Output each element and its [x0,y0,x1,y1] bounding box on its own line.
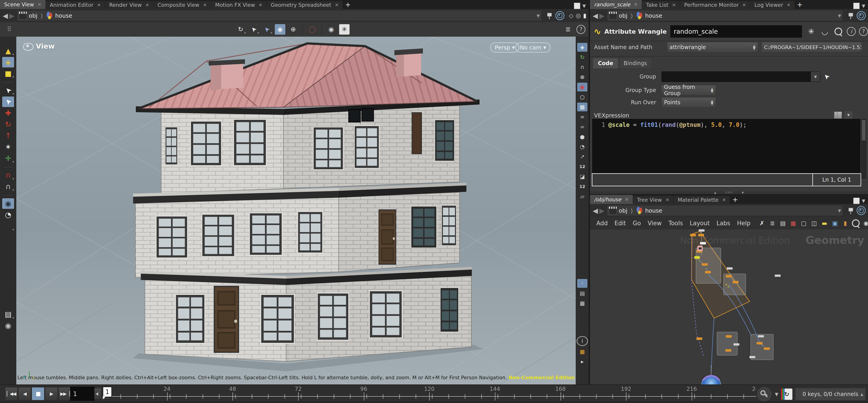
back-icon[interactable]: ◀ [3,12,8,20]
marquee-icon[interactable]: ▢ [799,219,808,228]
help-icon[interactable]: ? [859,27,868,36]
group-select-arrow-icon[interactable]: ➤ [822,72,831,81]
path-node[interactable]: house [645,12,662,19]
fast-forward-icon[interactable]: ▶▶▕ [58,387,71,400]
display-options-icon[interactable]: ≣ [563,24,573,35]
tab-log-viewer[interactable]: Log Viewer✕ [750,1,795,9]
back-icon[interactable]: ◀ [593,12,598,20]
tab-performance-monitor[interactable]: Performance Monitor✕ [680,1,750,9]
close-icon[interactable]: ✕ [258,2,262,8]
handles-icon[interactable]: ✛▾ [2,153,14,164]
tree-icon[interactable]: ≣ [768,219,777,228]
tab-animation-editor[interactable]: Animation Editor✕ [46,1,105,9]
tab-geometry-spreadsheet[interactable]: Geometry Spreadsheet✕ [267,1,343,9]
translate-icon[interactable]: ✚ [2,108,14,118]
channels-expand-icon[interactable]: ▲ [861,392,863,397]
secure-selection-icon[interactable]: ➤ [2,97,14,107]
pose-icon[interactable]: ✶ [2,142,14,152]
tab-random-scale[interactable]: random_scale✕ [590,0,642,9]
flipbook-notes-icon[interactable]: ▤▾ [2,309,14,320]
tab-bindings[interactable]: Bindings [619,58,652,69]
current-frame-field[interactable]: 1 [70,387,95,401]
info-icon[interactable]: i [847,27,856,36]
smooth-wire-icon[interactable]: ∞ [577,123,587,131]
pane-menu-caret-icon[interactable]: ▼ [862,198,865,204]
close-icon[interactable]: ✕ [203,2,207,8]
close-icon[interactable]: ✕ [335,2,339,8]
tab-tree-view[interactable]: Tree View✕ [633,196,674,204]
visibility-icon[interactable]: ◉ [862,219,868,228]
camera-selector[interactable]: No cam▼ [515,42,551,53]
view-sphere-icon[interactable]: ◔ [2,210,14,220]
path-root[interactable]: obj [619,207,627,214]
rewind-icon[interactable]: ▏◀◀ [5,387,18,400]
close-icon[interactable]: ✕ [722,197,726,203]
uv-overlay-icon[interactable]: ▤ [577,289,587,298]
view-cone-icon[interactable]: ▸ [577,357,587,366]
film-reel-icon[interactable]: ◉ [2,321,14,331]
stop-icon[interactable]: ■ [32,387,44,400]
wrangle-node-icon[interactable]: ∿ [594,26,601,37]
point-display-icon[interactable]: ● [577,133,587,141]
step-back-icon[interactable]: ◀▏ [94,388,101,399]
param-path-field[interactable]: obj ❯ house ▼ [607,10,843,21]
background-image-icon[interactable]: ▣ [830,219,840,228]
new-tab-icon[interactable]: + [730,195,740,204]
play-reverse-icon[interactable]: ◀ [18,387,31,400]
new-tab-icon[interactable]: + [795,0,805,9]
follow-target-icon[interactable] [555,11,564,20]
pane-menu-caret-icon[interactable]: ▼ [862,3,865,9]
palette-icon[interactable]: ▦ [788,219,798,228]
pin-icon[interactable] [546,11,553,20]
list-icon[interactable]: ▤ [778,219,787,228]
pin-icon[interactable] [848,11,855,20]
tab-code[interactable]: Code [593,58,619,69]
template-icon[interactable]: ▦ [577,299,587,308]
tab-take-list[interactable]: Take List✕ [642,1,680,9]
close-icon[interactable]: ✕ [634,2,638,7]
multi-snap-icon[interactable]: ∩▾ [2,181,14,192]
close-icon[interactable]: ✕ [742,2,746,8]
tab-render-view[interactable]: Render View✕ [105,1,154,9]
render-ring-icon[interactable]: ◯ [307,24,317,35]
close-icon[interactable]: ✕ [672,2,676,8]
asset-path-field[interactable]: C:/PROGRA~1/SIDEEF~1/HOUDIN~1.512/houdin… [762,42,862,53]
snap-magnet-icon[interactable]: ∩▾ [2,170,14,180]
path-node[interactable]: house [55,12,72,19]
orbit-plane-icon[interactable]: ↻ [577,53,587,62]
path-dropdown-icon[interactable]: ▼ [838,13,841,18]
link-sphere-icon[interactable]: ◎ [576,12,581,19]
primitives-icon[interactable]: ▲▾ [2,46,14,56]
scene-path-field[interactable]: obj ❯ house ▼ [17,10,542,21]
forward-icon[interactable]: ▶ [599,207,604,214]
link-panel-icon[interactable]: ▮ [583,12,586,19]
close-icon[interactable]: ✕ [625,197,629,202]
network-path-field[interactable]: obj ❯ house ▼ [607,205,843,216]
viewport-settings-icon[interactable]: ✳ [339,24,349,35]
vex-code-editor[interactable]: 1 @scale = fit01(rand(@ptnum), 5.0, 7.0)… [592,119,860,179]
path-node[interactable]: house [645,207,662,214]
lock-display-icon[interactable]: ∩ [577,63,587,71]
viewport-help-icon[interactable]: ? [577,25,585,34]
point-number-icon[interactable]: 12 [577,162,587,171]
close-icon[interactable]: ✕ [97,2,101,8]
point-normal-icon[interactable]: ↗ [577,153,587,161]
menu-view[interactable]: View [648,220,662,227]
view-tool-icon[interactable]: ↻▾ [236,24,246,35]
rotate-icon[interactable]: ↻ [2,119,14,130]
tab-material-palette[interactable]: Material Palette✕ [674,196,730,204]
path-root[interactable]: obj [29,12,37,19]
link-cube-icon[interactable]: ◇ [569,12,574,19]
timeline-ruler[interactable]: 1 24487296120144168192216240 [102,385,756,403]
normal-lights-icon[interactable]: ○ [577,93,587,101]
menu-tools[interactable]: Tools [668,220,683,227]
prim-number-icon[interactable]: 12 [577,182,587,191]
language-toggle-icon[interactable] [834,112,842,119]
move-tool-icon[interactable]: ➤▾ [262,24,272,35]
search-icon[interactable] [833,26,843,37]
run-over-dropdown[interactable]: Points ▲▼ [661,97,716,108]
points-display-icon[interactable]: ◈▾ [2,57,14,67]
group-dropdown-icon[interactable]: ▼ [810,72,820,81]
grid-plane-icon[interactable]: ◈ [577,43,587,52]
headlight-icon[interactable]: ◉ [577,83,587,91]
